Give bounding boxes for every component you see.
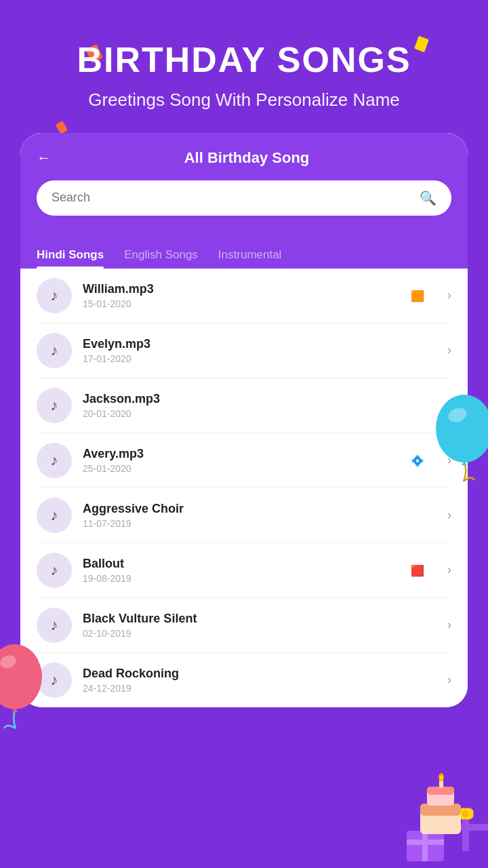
svg-point-10	[456, 806, 475, 821]
song-date: 25-01-2020	[83, 463, 442, 474]
svg-rect-19	[439, 778, 443, 788]
song-icon-1: ♪	[37, 333, 72, 368]
phone-card: ← All Birthday Song 🔍 Hindi Songs Englis…	[20, 133, 468, 707]
search-bar[interactable]: 🔍	[37, 180, 451, 216]
song-name: Ballout	[83, 557, 442, 571]
song-name: Avery.mp3	[83, 447, 442, 461]
song-info: Black Vulture Silent 02-10-2019	[83, 612, 442, 639]
song-deco: 🟥	[411, 564, 424, 576]
svg-rect-13	[407, 840, 444, 845]
back-button[interactable]: ←	[37, 149, 52, 167]
song-item[interactable]: ♪ William.mp3 15-01-2020 🟧 ›	[37, 269, 451, 323]
svg-point-20	[439, 773, 444, 781]
chevron-right-icon: ›	[447, 343, 451, 357]
svg-point-9	[456, 806, 475, 821]
song-item[interactable]: ♪ Jackson.mp3 20-01-2020 ›	[37, 378, 451, 433]
app-subtitle: Greetings Song With Personalize Name	[27, 87, 461, 112]
search-input[interactable]	[52, 191, 420, 205]
song-info: Ballout 19-08-2019	[83, 557, 442, 584]
svg-rect-12	[407, 831, 444, 861]
tab-instrumental[interactable]: Instrumental	[218, 248, 282, 269]
svg-rect-14	[422, 831, 428, 861]
tabs-container: Hindi Songs English Songs Instrumental	[20, 236, 468, 269]
song-info: Avery.mp3 25-01-2020	[83, 447, 442, 474]
song-icon-3: ♪	[37, 443, 72, 478]
song-date: 24-12-2019	[83, 683, 442, 694]
song-name: Evelyn.mp3	[83, 337, 442, 351]
svg-rect-15	[420, 804, 461, 834]
song-icon-6: ♪	[37, 608, 72, 643]
app-title: BIRTHDAY SONGS	[27, 41, 461, 79]
music-note-icon: ♪	[51, 287, 58, 304]
song-name: Black Vulture Silent	[83, 612, 442, 626]
song-item[interactable]: ♪ Black Vulture Silent 02-10-2019 ›	[37, 598, 451, 653]
song-deco: 💠	[411, 454, 424, 467]
song-item[interactable]: ♪ Evelyn.mp3 17-01-2020 ›	[37, 323, 451, 378]
svg-rect-8	[462, 814, 469, 851]
svg-rect-6	[444, 814, 488, 851]
chevron-right-icon: ›	[447, 453, 451, 467]
song-date: 11-07-2019	[83, 518, 442, 529]
music-note-icon: ♪	[51, 342, 58, 359]
song-date: 02-10-2019	[83, 628, 442, 639]
chevron-right-icon: ›	[447, 618, 451, 632]
song-date: 15-01-2020	[83, 298, 442, 309]
song-item[interactable]: ♪ Dead Rockoning 24-12-2019 ›	[37, 653, 451, 707]
song-info: Dead Rockoning 24-12-2019	[83, 667, 442, 694]
svg-rect-7	[444, 824, 488, 831]
chevron-right-icon: ›	[447, 508, 451, 522]
song-item[interactable]: ♪ Avery.mp3 25-01-2020 💠 ›	[37, 433, 451, 488]
music-note-icon: ♪	[51, 616, 58, 634]
app-header: BIRTHDAY SONGS Greetings Song With Perso…	[0, 0, 488, 133]
song-icon-5: ♪	[37, 553, 72, 588]
svg-point-4	[0, 653, 18, 670]
music-note-icon: ♪	[51, 452, 58, 469]
song-info: William.mp3 15-01-2020	[83, 282, 442, 309]
svg-rect-16	[420, 804, 461, 816]
song-list: ♪ William.mp3 15-01-2020 🟧 › ♪ Evelyn.mp…	[20, 269, 468, 707]
song-name: William.mp3	[83, 282, 442, 296]
music-note-icon: ♪	[51, 507, 58, 524]
svg-marker-5	[12, 708, 18, 712]
chevron-right-icon: ›	[447, 563, 451, 577]
song-icon-4: ♪	[37, 498, 72, 533]
svg-point-21	[440, 776, 443, 781]
cake-decoration	[339, 760, 474, 868]
song-item[interactable]: ♪ Ballout 19-08-2019 🟥 ›	[37, 543, 451, 598]
svg-rect-18	[427, 787, 454, 795]
chevron-right-icon: ›	[447, 288, 451, 302]
card-nav: ← All Birthday Song	[37, 149, 451, 167]
song-date: 20-01-2020	[83, 408, 442, 419]
tab-hindi[interactable]: Hindi Songs	[37, 248, 104, 269]
song-name: Jackson.mp3	[83, 392, 442, 406]
song-name: Dead Rockoning	[83, 667, 442, 681]
song-deco: 🟧	[411, 289, 424, 302]
song-icon-0: ♪	[37, 278, 72, 313]
svg-point-11	[462, 810, 469, 817]
music-note-icon: ♪	[51, 671, 58, 689]
card-title: All Birthday Song	[62, 149, 431, 167]
card-header: ← All Birthday Song 🔍	[20, 133, 468, 236]
song-item[interactable]: ♪ Aggressive Choir 11-07-2019 ›	[37, 488, 451, 543]
tab-english[interactable]: English Songs	[124, 248, 198, 269]
music-note-icon: ♪	[51, 397, 58, 414]
song-date: 19-08-2019	[83, 573, 442, 584]
song-info: Evelyn.mp3 17-01-2020	[83, 337, 442, 364]
music-note-icon: ♪	[51, 561, 58, 579]
song-date: 17-01-2020	[83, 353, 442, 364]
song-info: Aggressive Choir 11-07-2019	[83, 502, 442, 529]
search-icon: 🔍	[420, 190, 436, 206]
song-name: Aggressive Choir	[83, 502, 442, 516]
chevron-right-icon: ›	[447, 398, 451, 412]
svg-rect-17	[427, 787, 454, 806]
chevron-right-icon: ›	[447, 673, 451, 687]
song-icon-7: ♪	[37, 663, 72, 698]
song-icon-2: ♪	[37, 388, 72, 423]
song-info: Jackson.mp3 20-01-2020	[83, 392, 442, 419]
